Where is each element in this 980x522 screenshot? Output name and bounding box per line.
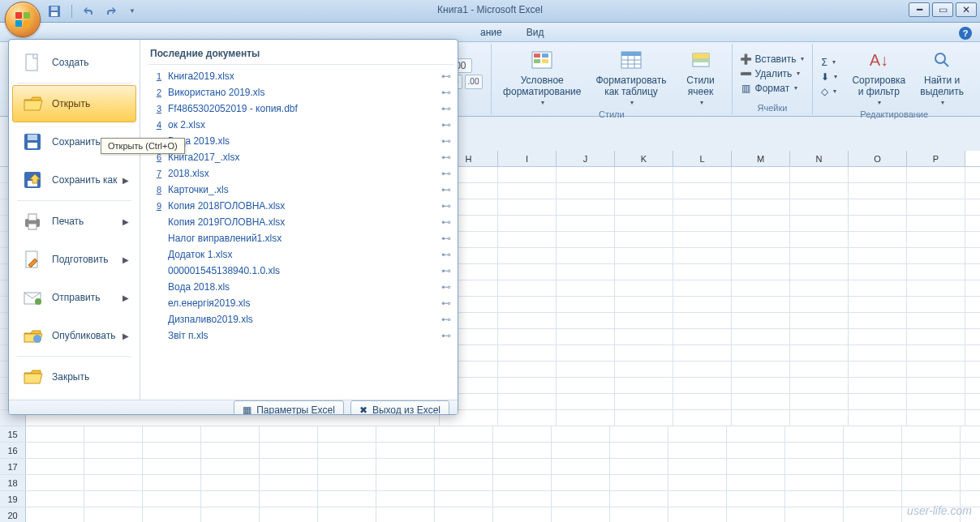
pin-icon[interactable]: ⊷: [441, 314, 451, 325]
svg-rect-26: [28, 214, 37, 220]
tab-view[interactable]: Вид: [515, 24, 556, 41]
row-header[interactable]: 16: [0, 443, 26, 458]
maximize-button[interactable]: ▭: [932, 2, 953, 17]
exit-excel-button[interactable]: ✖ Выход из Excel: [350, 400, 449, 415]
exit-icon: ✖: [359, 404, 368, 415]
fill-button[interactable]: ⬇▾: [819, 71, 839, 83]
col-o[interactable]: O: [849, 151, 907, 166]
col-n[interactable]: N: [790, 151, 849, 166]
col-m[interactable]: M: [732, 151, 790, 166]
cell-styles-button[interactable]: Стили ячеек▾: [677, 45, 725, 108]
svg-rect-21: [28, 143, 37, 148]
recent-document[interactable]: 3Ff4865302052019 - копия.dbf⊷: [148, 101, 454, 117]
pin-icon[interactable]: ⊷: [441, 119, 451, 130]
table-row[interactable]: 16: [0, 443, 980, 459]
table-row[interactable]: 17: [0, 459, 980, 475]
office-menu-publish[interactable]: Опубликовать▶: [12, 317, 136, 354]
tab-partial[interactable]: ание: [469, 24, 514, 41]
row-header[interactable]: 18: [0, 475, 26, 490]
table-row[interactable]: 19: [0, 491, 980, 507]
save-icon: [21, 130, 44, 153]
format-icon: ▥: [741, 83, 752, 94]
pin-icon[interactable]: ⊷: [441, 297, 451, 309]
save-as-icon: [21, 169, 44, 191]
office-menu-close-doc[interactable]: Закрыть: [12, 358, 136, 396]
conditional-formatting-button[interactable]: Условное форматирование▾: [498, 45, 586, 108]
office-menu-print[interactable]: Печать▶: [12, 203, 136, 240]
recent-document[interactable]: 1Книга2019.xlsx⊷: [148, 68, 454, 84]
minimize-button[interactable]: ━: [909, 2, 930, 17]
decrease-decimal[interactable]: .00: [465, 75, 483, 89]
table-row[interactable]: 15: [0, 426, 980, 443]
office-menu-folder-open[interactable]: Открыть: [12, 85, 136, 122]
excel-options-button[interactable]: ▦ Параметры Excel: [234, 400, 344, 415]
pin-icon[interactable]: ⊷: [441, 168, 451, 179]
pin-icon[interactable]: ⊷: [441, 71, 451, 82]
col-i[interactable]: I: [498, 151, 557, 166]
qat-save[interactable]: [47, 4, 62, 19]
recent-document[interactable]: 000001545138940.1.0.xls⊷: [148, 263, 454, 279]
recent-document[interactable]: ел.енергія2019.xls⊷: [148, 295, 454, 311]
table-row[interactable]: 18: [0, 475, 980, 491]
recent-document[interactable]: 9Копия 2018ГОЛОВНА.xlsx⊷: [148, 198, 454, 214]
pin-icon[interactable]: ⊷: [441, 184, 451, 195]
recent-document[interactable]: Копия 2019ГОЛОВНА.xlsx⊷: [148, 214, 454, 230]
format-cells-button[interactable]: ▥Формат▾: [739, 82, 806, 95]
delete-cells-button[interactable]: ➖Удалить▾: [739, 67, 806, 80]
pin-icon[interactable]: ⊷: [441, 87, 451, 98]
office-button[interactable]: [5, 2, 41, 37]
pin-icon[interactable]: ⊷: [441, 249, 451, 260]
row-header[interactable]: 20: [0, 507, 26, 522]
pin-icon[interactable]: ⊷: [441, 152, 451, 163]
qat-customize[interactable]: ▼: [124, 4, 139, 19]
prepare-icon: [21, 248, 44, 271]
row-header[interactable]: 17: [0, 459, 26, 474]
recent-document[interactable]: 4ок 2.xlsx⊷: [148, 117, 454, 133]
recent-document[interactable]: Звіт п.xls⊷: [148, 327, 454, 344]
close-button[interactable]: ✕: [956, 2, 977, 17]
clear-button[interactable]: ◇▾: [819, 85, 839, 98]
recent-document[interactable]: 6Книга2017_.xlsx⊷: [148, 149, 454, 165]
col-j[interactable]: J: [557, 151, 615, 166]
recent-document[interactable]: 2Використано 2019.xls⊷: [148, 84, 454, 101]
insert-cells-button[interactable]: ➕Вставить▾: [739, 53, 806, 66]
titlebar: ▼ Книга1 - Microsoft Excel ━ ▭ ✕: [0, 0, 980, 23]
office-menu-send[interactable]: Отправить▶: [12, 279, 136, 316]
conditional-format-icon: [529, 47, 555, 73]
help-icon[interactable]: ?: [959, 27, 972, 40]
recent-document[interactable]: 5Вода 2019.xls⊷: [148, 133, 454, 149]
recent-document[interactable]: Додаток 1.xlsx⊷: [148, 246, 454, 263]
recent-document[interactable]: Дизпаливо2019.xls⊷: [148, 311, 454, 327]
pin-icon[interactable]: ⊷: [441, 330, 451, 341]
group-label-cells: Ячейки: [754, 101, 791, 114]
office-menu-save-as[interactable]: Сохранить как▶: [12, 161, 136, 199]
file-new-icon: [21, 51, 44, 74]
recent-document[interactable]: Налог виправлений1.xlsx⊷: [148, 230, 454, 246]
office-menu-prepare[interactable]: Подготовить▶: [12, 241, 136, 278]
office-menu-file-new[interactable]: Создать: [12, 44, 136, 81]
qat-undo[interactable]: [82, 4, 97, 19]
find-icon: [929, 47, 955, 73]
col-p[interactable]: P: [907, 151, 965, 166]
recent-document[interactable]: Вода 2018.xls⊷: [148, 279, 454, 295]
pin-icon[interactable]: ⊷: [441, 281, 451, 293]
recent-document[interactable]: 72018.xlsx⊷: [148, 165, 454, 182]
pin-icon[interactable]: ⊷: [441, 200, 451, 212]
row-header[interactable]: 15: [0, 426, 26, 442]
col-l[interactable]: L: [673, 151, 732, 166]
col-k[interactable]: K: [615, 151, 673, 166]
pin-icon[interactable]: ⊷: [441, 103, 451, 114]
sort-filter-button[interactable]: A↓ Сортировка и фильтр▾: [847, 45, 910, 108]
recent-document[interactable]: 8Карточки_.xls⊷: [148, 182, 454, 198]
find-select-button[interactable]: Найти и выделить▾: [915, 45, 969, 108]
row-header[interactable]: 19: [0, 491, 26, 507]
qat-redo[interactable]: [103, 4, 118, 19]
autosum-button[interactable]: Σ▾: [819, 56, 839, 69]
pin-icon[interactable]: ⊷: [441, 135, 451, 147]
pin-icon[interactable]: ⊷: [441, 265, 451, 276]
format-as-table-button[interactable]: Форматировать как таблицу▾: [591, 45, 671, 108]
ribbon-group-cells: ➕Вставить▾ ➖Удалить▾ ▥Формат▾ Ячейки: [733, 44, 814, 114]
pin-icon[interactable]: ⊷: [441, 233, 451, 244]
table-row[interactable]: 20: [0, 507, 980, 522]
pin-icon[interactable]: ⊷: [441, 216, 451, 228]
